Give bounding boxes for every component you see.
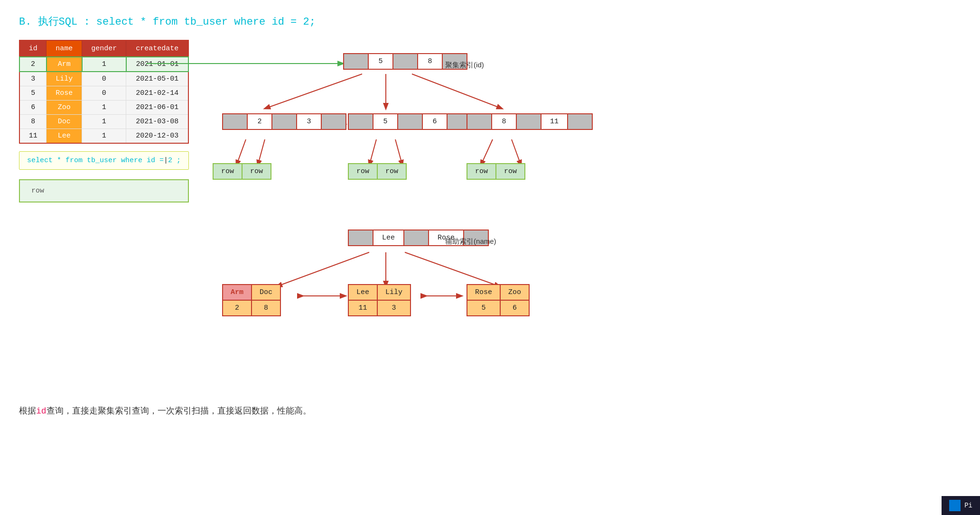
right-mid-to-leaf1 — [481, 139, 493, 166]
clustered-mid-center: 5 6 — [348, 113, 472, 130]
col-header-name: name — [47, 40, 82, 57]
root-cell-5: 5 — [368, 54, 393, 69]
root-cell-left — [344, 54, 368, 69]
btree-diagram: 5 8 聚集索引(id) 2 3 — [208, 40, 578, 391]
sql-text: select * from tb_user where id = — [27, 156, 164, 165]
right-panel: 5 8 聚集索引(id) 2 3 — [208, 40, 961, 391]
aux-leaf-center: Lee Lily 11 3 — [348, 284, 411, 316]
col-header-id: id — [19, 40, 47, 57]
clustered-leaf-left: row row — [213, 163, 271, 180]
aux-root-to-left — [277, 252, 369, 286]
aux-leaf-right: Rose Zoo 5 6 — [467, 284, 530, 316]
left-panel: id name gender createdate 2Arm12021-01-0… — [19, 40, 189, 202]
right-mid-to-leaf2 — [512, 139, 521, 166]
row-result-box: row — [19, 179, 189, 202]
clustered-leaf-right: row row — [467, 163, 525, 180]
center-mid-to-leaf2 — [395, 139, 402, 166]
clustered-mid-left: 2 3 — [222, 113, 346, 130]
col-header-gender: gender — [82, 40, 126, 57]
db-table: id name gender createdate 2Arm12021-01-0… — [19, 40, 189, 144]
bottom-explanation: 根据id查询，直接走聚集索引查询，一次索引扫描，直接返回数据，性能高。 — [19, 405, 961, 416]
diagram-arrows — [208, 40, 578, 391]
bottom-code-inline: id — [36, 406, 47, 416]
root-cell-8: 8 — [418, 54, 442, 69]
clustered-mid-right: 8 11 — [467, 113, 593, 130]
aux-root-to-right — [405, 252, 500, 286]
aux-label: 辅助索引(name) — [445, 237, 496, 246]
aux-leaf-left: Arm Doc 2 8 — [222, 284, 281, 316]
root-cell-mid — [393, 54, 418, 69]
page-title: B. 执行SQL : select * from tb_user where i… — [19, 14, 961, 28]
root-to-left-arrow — [265, 74, 362, 109]
left-mid-to-leaf2 — [258, 139, 265, 166]
clustered-label: 聚集索引(id) — [445, 61, 484, 70]
center-mid-to-leaf1 — [369, 139, 376, 166]
left-mid-to-leaf1 — [236, 139, 246, 166]
sql-box: select * from tb_user where id =|2 ; — [19, 151, 189, 170]
root-to-right-arrow — [412, 74, 502, 109]
clustered-leaf-center: row row — [348, 163, 407, 180]
col-header-createdate: createdate — [126, 40, 188, 57]
